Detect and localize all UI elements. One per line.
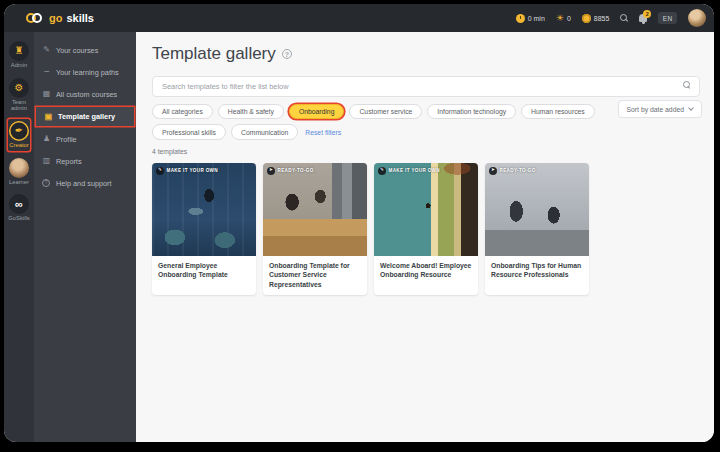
template-icon: ▣ (44, 113, 53, 121)
filter-chips: All categories Health & safety Onboardin… (152, 104, 604, 140)
rail-item-learner[interactable]: Learner (8, 156, 30, 188)
notification-badge: 2 (643, 10, 651, 18)
chip-onboarding[interactable]: Onboarding (289, 104, 345, 119)
rail-label: Team admin (5, 99, 33, 112)
page-title-text: Template gallery (152, 44, 276, 64)
clock-icon (516, 14, 525, 23)
sidebar-menu: ✎ Your courses ∼ Your learning paths ▦ A… (34, 32, 136, 442)
rail-label: Learner (9, 179, 29, 186)
goskills-infinity-icon: ∞ (9, 194, 29, 214)
goskills-logo[interactable]: go skills (26, 12, 94, 24)
team-admin-icon: ⚙ (9, 78, 29, 98)
sidebar-item-label: All custom courses (56, 90, 117, 99)
learner-avatar (9, 158, 29, 178)
sort-dropdown[interactable]: Sort by date added (618, 100, 702, 118)
badge-label: MAKE IT YOUR OWN (167, 168, 218, 173)
chip-communication[interactable]: Communication (231, 124, 298, 139)
rail-item-admin[interactable]: ♜ Admin (8, 39, 30, 71)
card-title: Onboarding Tips for Human Resource Profe… (485, 256, 589, 286)
sort-label: Sort by date added (627, 106, 684, 113)
card-badge: ✎ MAKE IT YOUR OWN (378, 167, 440, 175)
time-stat-label: 0 min (528, 15, 545, 22)
main-content: Template gallery ? Sort by date added Al… (136, 32, 714, 442)
admin-icon: ♜ (9, 41, 29, 61)
coin-icon (582, 14, 591, 23)
logo-text-go: go (49, 12, 62, 24)
language-selector[interactable]: EN (658, 12, 677, 24)
path-icon: ∼ (42, 68, 51, 76)
template-search (152, 75, 700, 96)
infinity-logo-icon (26, 13, 42, 23)
user-avatar[interactable] (688, 9, 706, 27)
rocket-icon: ➤ (489, 167, 497, 175)
sidebar-item-profile[interactable]: ♟ Profile (34, 129, 136, 149)
template-card[interactable]: ➤ READY-TO-GO Onboarding Template for Cu… (263, 163, 367, 296)
time-stat[interactable]: 0 min (516, 14, 545, 23)
badge-label: READY-TO-GO (278, 168, 314, 173)
chip-health-safety[interactable]: Health & safety (218, 104, 284, 119)
template-card[interactable]: ✎ MAKE IT YOUR OWN General Employee Onbo… (152, 163, 256, 296)
card-thumbnail: ➤ READY-TO-GO (263, 163, 367, 256)
search-input[interactable] (152, 76, 700, 97)
sidebar-item-help-support[interactable]: ? Help and support (34, 173, 136, 193)
rocket-icon: ➤ (267, 167, 275, 175)
template-card[interactable]: ➤ READY-TO-GO Onboarding Tips for Human … (485, 163, 589, 296)
help-icon[interactable]: ? (282, 49, 292, 59)
coins-stat[interactable]: 8855 (582, 14, 610, 23)
sidebar-item-all-custom-courses[interactable]: ▦ All custom courses (34, 84, 136, 104)
card-title: Onboarding Template for Customer Service… (263, 256, 367, 296)
sidebar-item-label: Your learning paths (56, 68, 119, 77)
rail-item-creator[interactable]: ✒ Creator (8, 119, 30, 151)
chip-information-technology[interactable]: Information technology (427, 104, 516, 119)
card-badge: ✎ MAKE IT YOUR OWN (156, 167, 218, 175)
sidebar-item-label: Profile (56, 135, 77, 144)
rail-label: Admin (11, 62, 27, 69)
sidebar-item-reports[interactable]: ▥ Reports (34, 151, 136, 171)
top-bar: go skills 0 min ☀ 0 8855 2 EN (4, 4, 714, 32)
sidebar-item-label: Help and support (56, 179, 112, 188)
card-title: General Employee Onboarding Template (152, 256, 256, 286)
page-title: Template gallery ? (152, 44, 700, 64)
chip-professional-skills[interactable]: Professional skills (152, 124, 226, 139)
coins-stat-label: 8855 (594, 15, 610, 22)
sidebar-item-learning-paths[interactable]: ∼ Your learning paths (34, 62, 136, 82)
chip-customer-service[interactable]: Customer service (349, 104, 422, 119)
rail-label: Creator (9, 142, 28, 149)
template-card-grid: ✎ MAKE IT YOUR OWN General Employee Onbo… (152, 163, 700, 296)
template-count: 4 templates (152, 148, 700, 155)
pencil-icon: ✎ (378, 167, 386, 175)
chip-all-categories[interactable]: All categories (152, 104, 213, 119)
streak-stat[interactable]: ☀ 0 (556, 14, 571, 23)
streak-stat-label: 0 (567, 15, 571, 22)
card-badge: ➤ READY-TO-GO (267, 167, 314, 175)
rail-item-goskills[interactable]: ∞ GoSkills (7, 192, 30, 224)
search-icon[interactable] (620, 14, 628, 22)
chart-icon: ▥ (42, 157, 51, 165)
sidebar-item-label: Reports (56, 157, 82, 166)
card-title: Welcome Aboard! Employee Onboarding Reso… (374, 256, 478, 286)
grid-icon: ▦ (42, 90, 51, 98)
badge-label: READY-TO-GO (500, 168, 536, 173)
search-icon (683, 81, 691, 89)
logo-text-skills: skills (66, 12, 94, 24)
reset-filters-link[interactable]: Reset filters (305, 129, 341, 136)
notifications-button[interactable]: 2 (639, 14, 647, 22)
chevron-down-icon (688, 105, 694, 111)
app-window: go skills 0 min ☀ 0 8855 2 EN (4, 4, 714, 442)
role-rail: ♜ Admin ⚙ Team admin ✒ Creator Learner ∞… (4, 32, 34, 442)
template-card[interactable]: ✎ MAKE IT YOUR OWN Welcome Aboard! Emplo… (374, 163, 478, 296)
rail-label: GoSkills (8, 215, 29, 222)
sidebar-item-label: Your courses (56, 46, 98, 55)
sidebar-item-template-gallery[interactable]: ▣ Template gallery (36, 107, 134, 126)
badge-label: MAKE IT YOUR OWN (389, 168, 440, 173)
sun-icon: ☀ (556, 14, 564, 23)
sidebar-item-label: Template gallery (58, 112, 115, 121)
sidebar-item-your-courses[interactable]: ✎ Your courses (34, 40, 136, 60)
card-badge: ➤ READY-TO-GO (489, 167, 536, 175)
person-icon: ♟ (42, 135, 51, 143)
card-thumbnail: ✎ MAKE IT YOUR OWN (374, 163, 478, 256)
pencil-icon: ✎ (156, 167, 164, 175)
rail-item-team-admin[interactable]: ⚙ Team admin (4, 76, 34, 114)
chip-human-resources[interactable]: Human resources (521, 104, 595, 119)
pencil-icon: ✎ (42, 46, 51, 54)
